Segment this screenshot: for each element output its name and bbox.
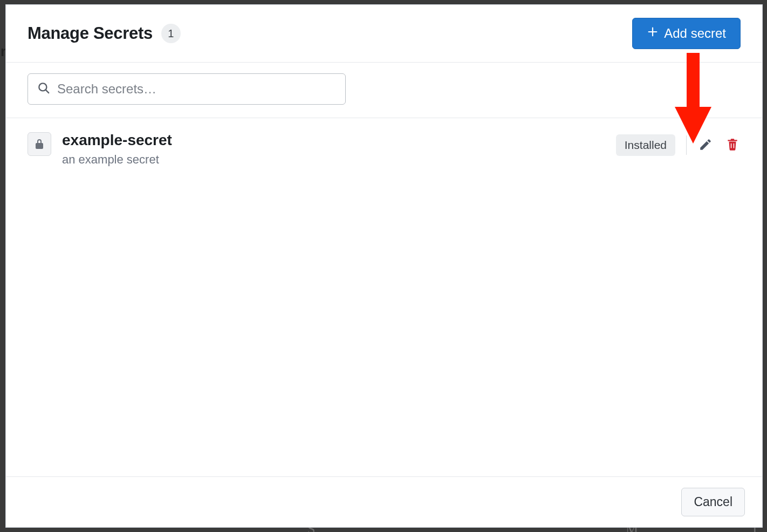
trash-icon	[725, 138, 739, 153]
pencil-icon	[698, 138, 713, 153]
plus-icon	[647, 26, 659, 41]
svg-line-3	[45, 90, 49, 93]
edit-secret-button[interactable]	[697, 137, 714, 153]
secret-name: example-secret	[62, 131, 605, 149]
modal-footer: Cancel	[6, 476, 762, 527]
secret-description: an example secret	[62, 153, 605, 167]
cancel-button[interactable]: Cancel	[681, 488, 745, 516]
title-group: Manage Secrets 1	[28, 24, 181, 43]
manage-secrets-modal: Manage Secrets 1 Add secret	[5, 4, 763, 528]
search-field[interactable]	[28, 73, 346, 105]
row-actions: Installed	[616, 134, 741, 156]
search-icon	[37, 81, 51, 97]
secret-row: example-secret an example secret Install…	[28, 131, 741, 167]
search-input[interactable]	[57, 81, 337, 97]
secrets-count-badge: 1	[161, 24, 181, 43]
status-badge: Installed	[616, 134, 675, 156]
modal-title: Manage Secrets	[28, 24, 153, 43]
modal-header: Manage Secrets 1 Add secret	[6, 5, 762, 63]
lock-icon	[28, 132, 51, 156]
divider	[686, 135, 687, 155]
secret-text: example-secret an example secret	[62, 131, 605, 167]
add-secret-button[interactable]: Add secret	[632, 18, 741, 49]
delete-secret-button[interactable]	[724, 137, 741, 153]
search-row	[6, 63, 762, 118]
add-secret-label: Add secret	[664, 26, 726, 41]
secrets-list: example-secret an example secret Install…	[6, 118, 762, 476]
